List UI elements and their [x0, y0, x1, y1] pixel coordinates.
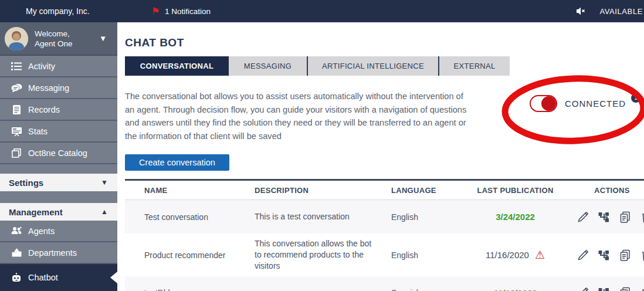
conversations-table: NAME DESCRIPTION LANGUAGE LAST PUBLICATI… [125, 179, 644, 291]
flag-icon: ⚑ [151, 6, 160, 16]
create-conversation-button[interactable]: Create conversation [125, 154, 229, 171]
notepad-icon [11, 105, 22, 114]
col-actions: ACTIONS [558, 186, 644, 195]
main-content: CHAT BOT CONVERSATIONAL MESSAGING ARTIFI… [117, 22, 644, 291]
trash-icon[interactable] [640, 211, 644, 224]
col-name: NAME [144, 186, 255, 195]
last-publication-cell: 11/16/2020 ⚠ [473, 249, 558, 260]
edit-pencil-icon[interactable] [577, 286, 589, 291]
sidebar-section-management[interactable]: Management ▲ [0, 203, 117, 221]
table-header: NAME DESCRIPTION LANGUAGE LAST PUBLICATI… [125, 181, 644, 200]
chevron-up-icon: ▲ [101, 208, 108, 216]
sidebar-item-messaging[interactable]: Messaging [0, 77, 117, 99]
notification-button[interactable]: ⚑ 1 Notification [151, 6, 211, 16]
topbar: My company, Inc. ⚑ 1 Notification AVAILA… [0, 0, 644, 22]
conversation-name: Product recommender [144, 251, 255, 260]
conversation-language: English [384, 251, 473, 260]
publication-date: 11/16/2020 [486, 250, 529, 260]
row-actions [558, 249, 644, 262]
connection-toggle-group: CONNECTED i [530, 95, 640, 112]
notification-label: 1 Notification [165, 7, 211, 16]
sidebar-item-agents[interactable]: Agents [0, 221, 117, 242]
table-row: Product recommender This conversation al… [125, 234, 644, 276]
tab-messaging[interactable]: MESSAGING [229, 56, 307, 76]
tab-artificial-intelligence[interactable]: ARTIFICIAL INTELLIGENCE [307, 56, 438, 76]
conversation-name: testDbl [144, 288, 255, 291]
agents-people-icon [11, 226, 22, 235]
flow-diagram-icon[interactable] [598, 249, 611, 262]
flow-diagram-icon[interactable] [598, 211, 611, 224]
sidebar-section-settings[interactable]: Settings ▼ [0, 174, 117, 191]
sidebar-item-oct8ne-catalog[interactable]: Oct8ne Catalog [0, 143, 117, 164]
col-description: DESCRIPTION [255, 186, 384, 195]
welcome-text: Welcome, Agent One [35, 29, 73, 49]
chevron-down-icon: ▼ [99, 34, 107, 43]
chat-bubbles-icon [11, 83, 22, 93]
stats-board-icon [11, 127, 22, 136]
robot-icon [11, 273, 22, 282]
duplicate-copy-icon[interactable] [619, 249, 632, 262]
sidebar-item-activity[interactable]: Activity [0, 56, 117, 77]
duplicate-copy-icon[interactable] [619, 211, 632, 224]
row-actions [558, 286, 644, 291]
edit-pencil-icon[interactable] [577, 211, 589, 224]
publication-date: 11/16/2020 [493, 288, 537, 291]
duplicate-copy-icon[interactable] [619, 286, 632, 291]
user-menu[interactable]: Welcome, Agent One ▼ [0, 22, 117, 56]
page-title: CHAT BOT [125, 36, 644, 49]
info-icon[interactable]: i [631, 93, 640, 103]
tab-conversational[interactable]: CONVERSATIONAL [125, 56, 229, 76]
availability-status[interactable]: AVAILABLE [599, 7, 643, 16]
publication-date: 3/24/2022 [496, 212, 535, 222]
activity-list-icon [11, 62, 22, 71]
conversation-description: This conversation allows the bot to reco… [255, 238, 384, 272]
trash-icon[interactable] [640, 286, 644, 291]
col-language: LANGUAGE [384, 186, 473, 195]
flow-diagram-icon[interactable] [598, 286, 611, 291]
table-row: testDbl Spanish 11/16/2020 [125, 276, 644, 291]
bot-description: The conversational bot allows you to ass… [125, 90, 468, 143]
sidebar-item-chatbot[interactable]: Chatbot [0, 264, 117, 291]
sidebar-item-departments[interactable]: Departments [0, 242, 117, 264]
mute-icon[interactable] [575, 5, 588, 18]
sidebar-item-records[interactable]: Records [0, 99, 117, 121]
col-last-publication: LAST PUBLICATION [473, 186, 558, 195]
active-item-arrow [110, 272, 117, 283]
conversation-name: Test conversation [144, 212, 255, 222]
departments-icon [11, 248, 22, 257]
edit-pencil-icon[interactable] [577, 249, 589, 262]
avatar [5, 27, 28, 50]
toggle-knob [541, 96, 556, 111]
sidebar: Welcome, Agent One ▼ Activity Messaging … [0, 22, 117, 291]
conversation-language: English [384, 212, 473, 222]
warning-icon: ⚠ [535, 249, 545, 260]
company-name: My company, Inc. [26, 6, 90, 16]
last-publication-cell: 3/24/2022 [473, 212, 558, 222]
tab-bar: CONVERSATIONAL MESSAGING ARTIFICIAL INTE… [125, 56, 644, 76]
conversation-description: This is a test conversation [255, 211, 384, 222]
table-body: Test conversation This is a test convers… [125, 200, 644, 291]
connected-toggle[interactable] [530, 95, 557, 112]
catalog-layers-icon [11, 148, 22, 158]
sidebar-item-stats[interactable]: Stats [0, 121, 117, 143]
toggle-status-label: CONNECTED [565, 99, 626, 109]
trash-icon[interactable] [640, 249, 644, 262]
row-actions [558, 211, 644, 224]
table-row: Test conversation This is a test convers… [125, 200, 644, 234]
conversation-language: Spanish [384, 288, 473, 291]
chevron-down-icon: ▼ [101, 178, 108, 187]
last-publication-cell: 11/16/2020 [473, 288, 558, 291]
tab-external[interactable]: EXTERNAL [438, 56, 510, 76]
